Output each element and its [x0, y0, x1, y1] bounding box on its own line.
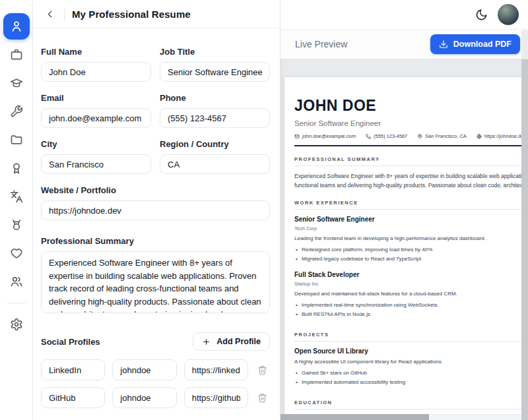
download-pdf-button[interactable]: Download PDF: [430, 34, 520, 54]
award-icon: [10, 162, 23, 175]
email-label: Email: [41, 93, 151, 103]
delete-profile-button[interactable]: [255, 365, 270, 375]
gear-icon: [10, 318, 23, 331]
section-heading-work: WORK EXPERIENCE: [294, 200, 528, 210]
sidebar-item-interests[interactable]: [3, 240, 30, 266]
full-name-field[interactable]: [41, 62, 151, 82]
summary-label: Professional Summary: [41, 236, 270, 246]
sidebar-item-certifications[interactable]: [3, 155, 30, 181]
contact-email: john.doe@example.com: [294, 133, 356, 139]
live-preview-panel: Live Preview Download PDF JOHN DOE Senio…: [280, 0, 528, 420]
briefcase-icon: [10, 48, 23, 61]
form-body: Full Name Job Title Email Phone City: [33, 28, 280, 415]
trash-icon: [257, 365, 267, 375]
social-url-field[interactable]: [184, 359, 248, 380]
resume-form-panel: My Professional Resume Full Name Job Tit…: [33, 0, 280, 420]
sidebar-item-languages[interactable]: [3, 183, 30, 210]
wrench-icon: [10, 105, 23, 118]
job-title-field[interactable]: [160, 62, 270, 82]
download-icon: [439, 40, 448, 49]
sidebar-item-experience[interactable]: [3, 42, 30, 68]
work-item: Full Stack Developer Startup Inc Develop…: [294, 271, 528, 319]
page-title: My Professional Resume: [72, 9, 191, 20]
header-divider: [64, 7, 65, 21]
social-profiles-label: Social Profiles: [41, 337, 100, 347]
resume-summary-text: Experienced Software Engineer with 8+ ye…: [294, 172, 528, 190]
job-title-label: Job Title: [160, 47, 270, 57]
mail-icon: [294, 134, 300, 139]
contact-phone: (555) 123-4567: [366, 133, 407, 139]
horizontal-scrollbar[interactable]: [280, 414, 521, 420]
social-network-field[interactable]: [41, 387, 105, 408]
city-label: City: [41, 139, 151, 149]
social-network-field[interactable]: [41, 359, 105, 380]
sidebar-item-skills[interactable]: [3, 98, 30, 125]
medal-icon: [10, 218, 23, 231]
icon-sidebar: [0, 0, 33, 420]
section-heading-education: EDUCATION: [294, 400, 528, 409]
website-field[interactable]: [41, 200, 270, 220]
section-heading-summary: PROFESSIONAL SUMMARY: [294, 156, 528, 166]
graduation-cap-icon: [10, 76, 23, 90]
add-profile-button[interactable]: Add Profile: [193, 332, 270, 351]
phone-label: Phone: [160, 93, 270, 103]
heart-icon: [10, 247, 23, 260]
top-bar: [280, 0, 528, 30]
resume-name: JOHN DOE: [294, 97, 528, 115]
work-item: Senior Software Engineer Tech Corp Leadi…: [294, 216, 528, 264]
vertical-scrollbar[interactable]: [521, 30, 528, 420]
resume-job-title: Senior Software Engineer: [294, 119, 528, 127]
contact-website: https://johndoe.dev: [477, 133, 526, 139]
social-profile-row: [41, 387, 270, 408]
resume-contact-row: john.doe@example.com (555) 123-4567 San …: [294, 133, 528, 139]
vertical-scrollbar-thumb[interactable]: [521, 59, 528, 420]
sidebar-item-education[interactable]: [3, 70, 30, 96]
dark-mode-toggle[interactable]: [473, 7, 489, 22]
social-profile-row: [41, 359, 270, 380]
back-button[interactable]: [42, 7, 57, 21]
full-name-label: Full Name: [41, 47, 151, 57]
languages-icon: [10, 190, 23, 203]
sidebar-item-profile[interactable]: [3, 13, 30, 40]
project-item: Open Source UI Library A highly accessib…: [294, 347, 528, 387]
preview-scroll-area[interactable]: JOHN DOE Senior Software Engineer john.d…: [280, 59, 528, 420]
resume-header-divider: [294, 145, 528, 146]
users-icon: [10, 275, 23, 288]
sidebar-divider: [7, 303, 26, 303]
map-pin-icon: [417, 134, 422, 139]
globe-icon: [477, 134, 482, 139]
trash-icon: [257, 393, 267, 403]
horizontal-scrollbar-thumb[interactable]: [280, 414, 429, 420]
user-avatar[interactable]: [498, 4, 519, 25]
preview-header: Live Preview Download PDF: [280, 30, 528, 59]
sidebar-item-settings[interactable]: [3, 311, 30, 338]
email-field[interactable]: [41, 108, 151, 128]
plus-icon: [202, 338, 211, 346]
sidebar-item-references[interactable]: [3, 268, 30, 295]
form-header: My Professional Resume: [33, 0, 280, 28]
phone-field[interactable]: [160, 108, 270, 128]
sidebar-item-awards[interactable]: [3, 212, 30, 238]
folder-icon: [10, 133, 23, 146]
resume-sheet: JOHN DOE Senior Software Engineer john.d…: [284, 77, 528, 420]
section-heading-projects: PROJECTS: [294, 332, 528, 342]
social-url-field[interactable]: [184, 387, 248, 408]
website-label: Website / Portfolio: [41, 185, 270, 195]
live-preview-label: Live Preview: [295, 39, 347, 49]
contact-location: San Francisco, CA: [417, 133, 467, 139]
chevron-left-icon: [44, 9, 55, 20]
delete-profile-button[interactable]: [255, 393, 270, 403]
social-username-field[interactable]: [112, 387, 176, 408]
user-icon: [10, 20, 23, 33]
moon-icon: [475, 9, 488, 21]
social-username-field[interactable]: [112, 359, 176, 380]
summary-textarea[interactable]: Experienced Software Engineer with 8+ ye…: [41, 251, 270, 313]
phone-icon: [366, 134, 371, 139]
region-label: Region / Country: [160, 139, 270, 149]
region-field[interactable]: [160, 154, 270, 174]
city-field[interactable]: [41, 154, 151, 174]
sidebar-item-projects[interactable]: [3, 127, 30, 153]
